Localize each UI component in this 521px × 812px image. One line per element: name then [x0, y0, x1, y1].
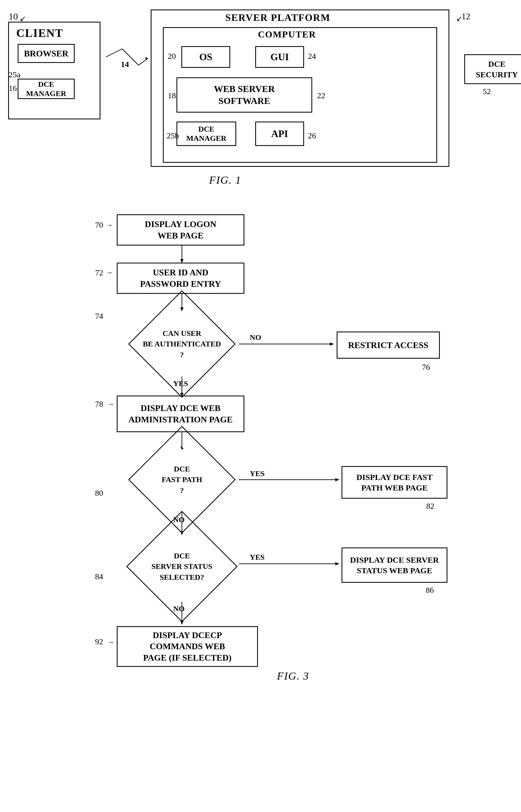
diamond-80: DCEFAST PATH? [125, 447, 239, 512]
arrow-78: → [107, 400, 114, 408]
arrow-12: ↙ [456, 14, 462, 23]
diamond-74: CAN USERBE AUTHENTICATED? [125, 311, 239, 377]
ref-84: 84 [95, 572, 103, 581]
ref-92: 92 [95, 637, 103, 646]
api-box: API [255, 122, 304, 146]
ref-74: 74 [95, 311, 103, 321]
arrow-74-no [239, 341, 337, 350]
svg-line-1 [122, 49, 138, 65]
dce-security-box: DCESECURITY [464, 54, 521, 84]
arrow-72: → [106, 269, 113, 277]
svg-marker-9 [330, 342, 334, 345]
arrow-80-yes [239, 477, 342, 485]
ref-16: 16 [9, 83, 17, 93]
fig3-label: FIG. 3 [277, 670, 309, 682]
ref-20: 20 [168, 51, 176, 61]
ref-12: 12 [461, 11, 470, 21]
ref-80: 80 [95, 488, 103, 498]
arrow-84-yes [239, 561, 342, 569]
ref-70: 70 [95, 220, 103, 230]
svg-marker-21 [180, 621, 183, 625]
diamond-84: DCESERVER STATUSSELECTED? [125, 531, 239, 602]
os-box: OS [181, 46, 230, 68]
server-platform-label: SERVER PLATFORM [225, 12, 331, 23]
ref-26: 26 [308, 131, 316, 140]
fig1-label: FIG. 1 [209, 174, 241, 186]
label-no-74: NO [250, 333, 261, 342]
dce-manager-server-box: DCEMANAGER [177, 122, 236, 146]
arrow-92: → [107, 638, 114, 646]
box-76: RESTRICT ACCESS [337, 332, 440, 359]
ref-82: 82 [426, 501, 434, 510]
box-86: DISPLAY DCE SERVERSTATUS WEB PAGE [342, 548, 448, 583]
ref-22: 22 [317, 91, 325, 100]
box-82: DISPLAY DCE FASTPATH WEB PAGE [342, 466, 448, 499]
ref-18: 18 [168, 91, 176, 100]
connection-arrow-14 [106, 43, 149, 81]
arrow-84-no [179, 602, 187, 626]
svg-line-0 [106, 49, 122, 57]
ref-76: 76 [422, 362, 430, 372]
computer-label: COMPUTER [258, 29, 316, 40]
dce-manager-client-box: DCEMANAGER [18, 79, 75, 99]
ref-24: 24 [308, 51, 316, 61]
label-yes-84: YES [250, 553, 265, 562]
arrow-70-72 [179, 245, 187, 264]
box-92: DISPLAY DCECPCOMMANDS WEBPAGE (IF SELECT… [117, 626, 258, 667]
box-72: USER ID ANDPASSWORD ENTRY [117, 263, 244, 294]
ref-78: 78 [95, 399, 103, 409]
box-78: DISPLAY DCE WEBADMINISTRATION PAGE [117, 396, 244, 432]
ref-25b: 25b [167, 131, 179, 140]
client-label: CLIENT [16, 27, 63, 40]
arrow-70: → [106, 221, 113, 229]
arrow-74-yes [179, 377, 187, 398]
ref-72: 72 [95, 268, 103, 277]
ref-52: 52 [483, 87, 491, 96]
svg-marker-15 [335, 478, 339, 481]
box-70: DISPLAY LOGONWEB PAGE [117, 214, 244, 245]
ref-10: 10 [9, 11, 18, 22]
ref-86: 86 [426, 586, 434, 595]
web-server-box: WEB SERVERSOFTWARE [177, 77, 312, 113]
gui-box: GUI [255, 46, 304, 68]
svg-marker-19 [335, 562, 339, 565]
ref-25a: 25a [9, 70, 20, 79]
browser-box: BROWSER [18, 44, 75, 63]
